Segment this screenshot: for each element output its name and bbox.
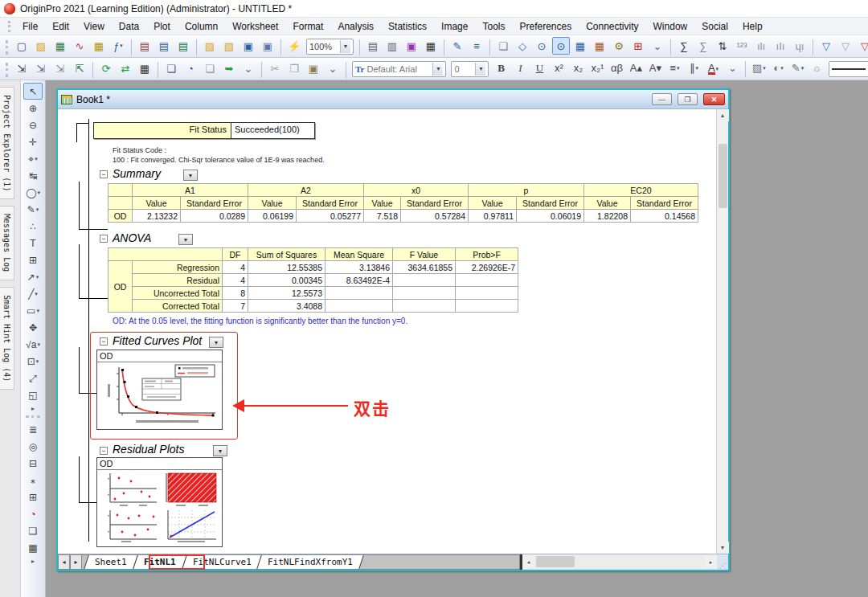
code-builder-button[interactable]: ⚙ [610, 37, 628, 55]
menu-tools[interactable]: Tools [475, 19, 512, 34]
residual-plots-section-dropdown[interactable]: ▼ [213, 445, 227, 456]
scroll-left-button[interactable]: ◂ [522, 556, 534, 568]
minimize-button[interactable]: — [652, 93, 672, 105]
data-selector-tool-button[interactable]: ↹ [23, 167, 43, 184]
video-builder-button[interactable]: ▦ [422, 37, 440, 55]
text-tool-button[interactable]: T [23, 235, 43, 251]
copy-columns-button[interactable]: ➥ [220, 59, 238, 77]
table-cell[interactable]: 0.97811 [469, 210, 517, 223]
summary-sub-header[interactable]: Value [584, 197, 631, 210]
zoom-out-tool-button[interactable]: ⊖ [23, 117, 43, 133]
table-cell[interactable] [393, 300, 456, 313]
statistics-on-rows-button[interactable]: ∑ [694, 37, 712, 55]
print-preview-button[interactable]: ▥ [383, 37, 401, 55]
summary-section-dropdown[interactable]: ▼ [183, 170, 198, 181]
underline-button[interactable]: U [530, 59, 548, 77]
anova-row-name[interactable]: Regression [133, 261, 223, 274]
table-cell[interactable] [456, 300, 518, 313]
summary-sub-header[interactable]: Value [133, 197, 181, 210]
table-cell[interactable]: 0.00345 [248, 274, 326, 287]
horizontal-scrollbar[interactable]: ◂ ▸ [522, 554, 717, 570]
vertex-edit-button[interactable]: ◎ [23, 438, 43, 455]
mask-range-tool-button[interactable]: ◯▾ [23, 184, 43, 201]
table-cell[interactable]: 1.82208 [584, 210, 631, 223]
summary-row-label[interactable]: OD [108, 210, 133, 223]
table-cell[interactable]: 8.63492E-4 [326, 274, 393, 287]
table-cell[interactable]: 4 [223, 261, 248, 274]
summary-sub-header[interactable]: Value [364, 197, 401, 210]
summary-group-header[interactable]: x0 [364, 184, 469, 197]
fit-status-value[interactable]: Succeeded(100) [231, 123, 314, 138]
table-cell[interactable] [393, 287, 456, 300]
anova-section-dropdown[interactable]: ▼ [178, 234, 193, 245]
table-cell[interactable] [108, 197, 133, 210]
summary-sub-header[interactable]: Standard Error [297, 197, 364, 210]
table-cell[interactable]: 4 [223, 274, 248, 287]
table-corner[interactable] [108, 184, 133, 197]
menu-plot[interactable]: Plot [146, 19, 178, 34]
table-cell[interactable]: 8 [223, 287, 248, 300]
increase-font-button[interactable]: A▴ [627, 59, 645, 77]
data-filter-button[interactable]: ▽ [817, 37, 835, 55]
new-layout-button[interactable]: ▤ [136, 37, 154, 55]
save-project-button[interactable]: ▣ [240, 37, 257, 55]
new-matrix-button[interactable]: ▦ [90, 37, 108, 55]
print-button[interactable]: ▤ [364, 37, 382, 55]
table-cell[interactable] [456, 274, 518, 287]
palette-button[interactable]: ◐▾ [769, 59, 787, 77]
tab-fitnlcurve1[interactable]: FitNLCurve1 [182, 555, 262, 569]
highlight-button[interactable]: ☼ [808, 59, 825, 77]
anova-header[interactable]: Mean Square [326, 248, 393, 261]
anova-header[interactable]: Sum of Squares [248, 248, 326, 261]
object-order-button[interactable]: ≣ [23, 421, 43, 438]
line-style-combobox[interactable]: ▼ [829, 61, 868, 77]
table-cell[interactable]: 0.14568 [631, 210, 698, 223]
font-name-combobox[interactable]: Tr Default: Arial ▼ [352, 61, 446, 77]
table-cell[interactable]: 0.57284 [401, 210, 469, 223]
horizontal-scroll-thumb[interactable] [536, 556, 575, 567]
add-object-button[interactable]: ⊞ [23, 489, 43, 505]
learning-center-button[interactable]: ⚡ [285, 37, 303, 55]
menu-analysis[interactable]: Analysis [330, 19, 381, 34]
open-button[interactable]: ▨ [201, 37, 219, 55]
fitted-curve-plot-thumbnail[interactable]: OD [96, 350, 223, 430]
sheet-tab-scroll-left-button[interactable]: ◂ [58, 554, 70, 570]
edit-report-button[interactable]: ✎ [448, 37, 466, 55]
script-window-button[interactable]: ▦ [571, 37, 589, 55]
table-cell[interactable]: 7 [223, 300, 248, 313]
bold-button[interactable]: B [492, 59, 510, 77]
recalculate-button[interactable]: ◔ [182, 59, 199, 77]
import-wizard-button[interactable]: ⇲ [13, 59, 31, 77]
new-link-button[interactable]: ⊟ [23, 455, 43, 472]
group-objects-button[interactable]: ⁎ [23, 472, 43, 489]
fitted-curves-collapse-toggle[interactable]: − [100, 337, 108, 346]
scroll-up-button[interactable]: ▲ [717, 109, 729, 121]
date-time-stamp-button[interactable]: ◔ [23, 505, 43, 522]
menu-data[interactable]: Data [112, 19, 146, 34]
menu-preferences[interactable]: Preferences [512, 19, 579, 34]
copy-button[interactable]: ❐ [285, 59, 303, 77]
new-notes-button[interactable]: ▤ [155, 37, 173, 55]
tab-fitnl1[interactable]: FitNL1 [133, 555, 186, 569]
book1-titlebar[interactable]: Book1 * — ❐ ✕ [58, 90, 728, 109]
book1-window[interactable]: Book1 * — ❐ ✕ Fit Status Succeeded(100) … [56, 88, 730, 571]
residual-plots-collapse-toggle[interactable]: − [100, 447, 108, 455]
summary-sub-header[interactable]: Value [469, 197, 517, 210]
decrease-font-button[interactable]: A▾ [646, 59, 664, 77]
sort-button[interactable]: ⇅ [714, 37, 731, 55]
menu-window[interactable]: Window [646, 19, 695, 34]
anova-header[interactable]: DF [223, 248, 248, 261]
summary-group-header[interactable]: A1 [133, 184, 248, 197]
rectangle-tool-button[interactable]: ▭▾ [23, 302, 43, 319]
scroll-right-button[interactable]: ▸ [705, 556, 717, 568]
table-cell[interactable]: 7.518 [364, 210, 401, 223]
anova-row-name[interactable]: Corrected Total [133, 300, 223, 313]
draw-data-tool-button[interactable]: ✎▾ [23, 201, 43, 218]
overflow-chevron[interactable]: ⌄ [240, 59, 257, 77]
table-cell[interactable]: 0.06019 [517, 210, 584, 223]
set-column-values-button[interactable]: ¹²³ [733, 37, 751, 55]
scroll-down-button[interactable]: ▼ [717, 542, 729, 554]
menu-format[interactable]: Format [285, 19, 330, 34]
open-folder-tool-button[interactable]: ❏ [23, 522, 43, 539]
residual-plots-thumbnail[interactable]: OD [96, 457, 223, 547]
